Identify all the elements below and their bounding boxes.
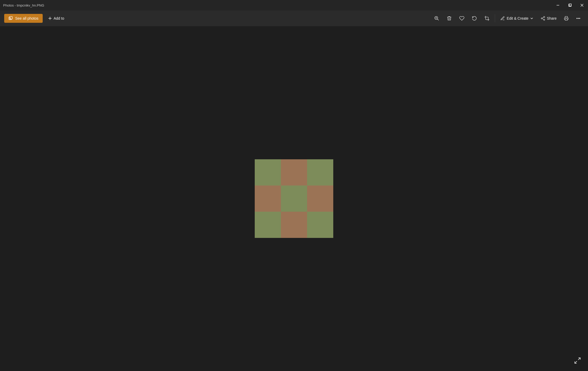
svg-point-24 [579,18,580,19]
add-to-label: Add to [54,16,64,20]
svg-line-20 [542,17,543,18]
svg-point-16 [543,17,545,18]
share-label: Share [547,16,557,20]
edit-create-label: Edit & Create [507,16,528,20]
main-viewing-area [0,26,588,371]
svg-line-25 [578,358,580,360]
minimize-button[interactable] [552,0,564,10]
svg-point-18 [543,19,545,20]
close-icon [580,4,584,7]
see-all-photos-label: See all photos [15,16,38,20]
zoom-icon [434,16,439,21]
share-button[interactable]: Share [537,14,560,23]
cell-5 [281,186,307,212]
close-button[interactable] [576,0,588,10]
minimize-icon [556,4,559,7]
window-title: Photos - tmpcnikv_hn.PNG [3,3,44,7]
zoom-button[interactable] [431,13,442,24]
see-all-photos-button[interactable]: See all photos [4,14,43,23]
cell-6 [307,186,333,212]
more-icon [576,16,581,21]
delete-button[interactable] [443,13,455,24]
cell-1 [255,159,281,186]
plus-icon [48,16,52,20]
edit-create-button[interactable]: Edit & Create [497,14,536,23]
fullscreen-button[interactable] [572,355,583,366]
svg-point-22 [577,18,577,19]
rotate-button[interactable] [469,13,480,24]
svg-point-17 [541,18,542,19]
add-to-button[interactable]: Add to [44,14,68,23]
photos-icon [8,16,13,21]
title-bar-controls [552,0,588,10]
rotate-icon [472,16,477,21]
chevron-down-icon [530,17,533,20]
crop-button[interactable] [481,13,493,24]
print-button[interactable] [561,14,572,23]
more-button[interactable] [573,14,584,23]
svg-line-26 [575,361,577,363]
maximize-icon [568,4,572,7]
maximize-button[interactable] [564,0,576,10]
toolbar-divider [495,14,495,22]
heart-icon [459,16,464,21]
svg-line-19 [542,19,543,19]
cell-8 [281,212,307,238]
svg-rect-21 [565,19,568,20]
svg-line-13 [437,19,439,20]
cell-2 [281,159,307,186]
share-icon [541,16,545,21]
cell-4 [255,186,281,212]
title-bar: Photos - tmpcnikv_hn.PNG [0,0,588,10]
cell-3 [307,159,333,186]
delete-icon [447,16,452,21]
image-display [255,159,333,238]
svg-rect-7 [10,17,12,19]
favorite-button[interactable] [456,13,468,24]
cell-9 [307,212,333,238]
print-icon [564,16,569,21]
fullscreen-icon [574,357,581,364]
toolbar: See all photos Add to [0,10,588,26]
cell-7 [255,212,281,238]
crop-icon [484,16,490,21]
edit-icon [500,16,505,21]
svg-point-23 [578,18,579,19]
